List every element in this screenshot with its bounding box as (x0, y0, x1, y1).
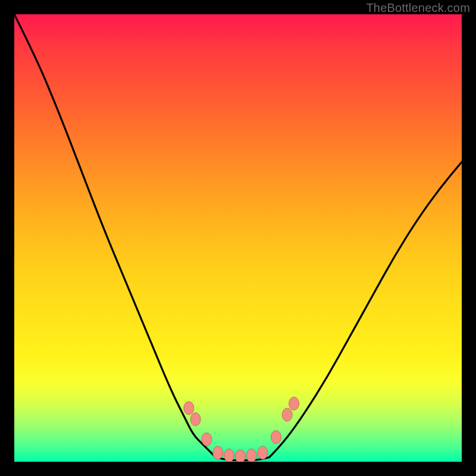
right-upper-bead-2 (289, 397, 299, 410)
bottleneck-curve (14, 14, 462, 462)
right-lower-bead (271, 431, 281, 444)
chart-frame: TheBottleneck.com (0, 0, 476, 476)
floor-bead-3 (235, 450, 245, 462)
floor-bead-2 (224, 449, 234, 462)
left-lower-bead (202, 433, 212, 446)
curve-right-branch (270, 162, 462, 457)
plot-area (14, 14, 462, 462)
left-upper-bead-2 (190, 413, 201, 426)
floor-bead-4 (246, 449, 256, 462)
curve-left-branch (14, 14, 215, 458)
right-upper-bead-1 (282, 408, 292, 421)
left-upper-bead-1 (184, 402, 194, 415)
watermark-label: TheBottleneck.com (366, 1, 470, 15)
floor-bead-1 (213, 446, 223, 459)
floor-bead-5 (258, 446, 268, 459)
curve-markers (184, 397, 299, 462)
